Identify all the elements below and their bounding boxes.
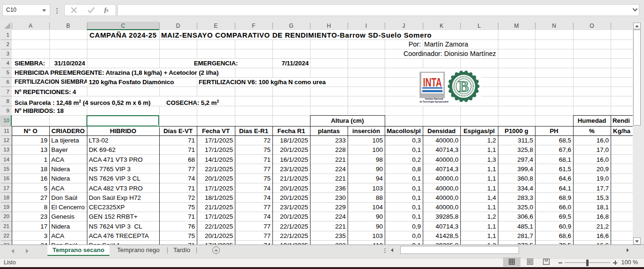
svg-text:Instituto Nacional: Instituto Nacional: [425, 98, 443, 100]
svg-text:de Tecnología Agropecuaria: de Tecnología Agropecuaria: [419, 101, 449, 103]
svg-text:B: B: [458, 78, 469, 95]
